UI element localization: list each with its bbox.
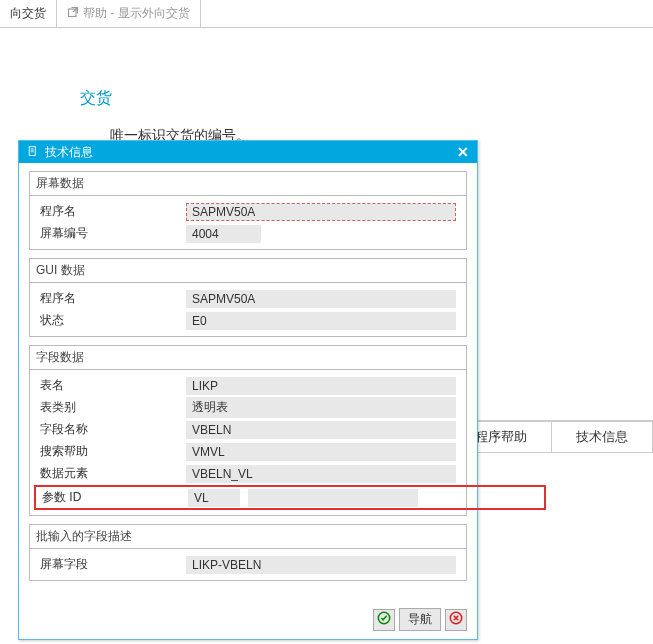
help-content: 交货 唯一标识交货的编号。	[0, 28, 653, 145]
field-name-value[interactable]: VBELN	[186, 421, 456, 439]
document-icon	[27, 145, 39, 160]
dialog-titlebar[interactable]: 技术信息 ✕	[19, 141, 477, 163]
gui-data-header: GUI 数据	[30, 259, 466, 283]
data-elem-label: 数据元素	[36, 463, 186, 484]
param-id-label: 参数 ID	[38, 487, 188, 508]
export-icon	[67, 6, 79, 21]
table-cat-label: 表类别	[36, 397, 186, 418]
field-name-label: 字段名称	[36, 419, 186, 440]
prog-name-label: 程序名	[36, 201, 186, 222]
data-elem-value[interactable]: VBELN_VL	[186, 465, 456, 483]
svg-rect-1	[29, 146, 35, 155]
param-id-row: 参数 ID VL	[34, 485, 546, 510]
batch-input-group: 批输入的字段描述 屏幕字段 LIKP-VBELN	[29, 524, 467, 581]
param-id-extra[interactable]	[248, 489, 418, 507]
close-icon[interactable]: ✕	[457, 144, 469, 160]
table-name-value[interactable]: LIKP	[186, 377, 456, 395]
tab-delivery[interactable]: 向交货	[0, 0, 57, 27]
screen-data-header: 屏幕数据	[30, 172, 466, 196]
screen-no-value[interactable]: 4004	[186, 225, 261, 243]
cancel-icon	[449, 611, 463, 628]
dialog-title-text: 技术信息	[45, 144, 93, 161]
tab-help[interactable]: 帮助 - 显示外向交货	[57, 0, 201, 27]
gui-prog-name-value[interactable]: SAPMV50A	[186, 290, 456, 308]
gui-prog-name-label: 程序名	[36, 288, 186, 309]
help-heading: 交货	[80, 88, 593, 109]
search-help-value[interactable]: VMVL	[186, 443, 456, 461]
screen-data-group: 屏幕数据 程序名 SAPMV50A 屏幕编号 4004	[29, 171, 467, 250]
field-data-group: 字段数据 表名 LIKP 表类别 透明表 字段名称 VBELN 搜索帮助 VMV…	[29, 345, 467, 516]
param-id-value[interactable]: VL	[188, 489, 240, 507]
prog-name-value[interactable]: SAPMV50A	[186, 203, 456, 221]
nav-button-label: 导航	[408, 611, 432, 628]
search-help-label: 搜索帮助	[36, 441, 186, 462]
gui-status-label: 状态	[36, 310, 186, 331]
tech-info-dialog: 技术信息 ✕ 屏幕数据 程序名 SAPMV50A 屏幕编号 4004 GUI 数…	[18, 140, 478, 640]
dialog-footer: 导航	[19, 599, 477, 639]
tab-delivery-label: 向交货	[10, 5, 46, 22]
tab-help-label: 帮助 - 显示外向交货	[83, 5, 190, 22]
tech-info-button[interactable]: 技术信息	[551, 422, 652, 452]
confirm-button[interactable]	[373, 609, 395, 631]
screen-field-label: 屏幕字段	[36, 554, 186, 575]
batch-input-header: 批输入的字段描述	[30, 525, 466, 549]
gui-status-value[interactable]: E0	[186, 312, 456, 330]
table-cat-value[interactable]: 透明表	[186, 397, 456, 418]
screen-field-value[interactable]: LIKP-VBELN	[186, 556, 456, 574]
tab-bar: 向交货 帮助 - 显示外向交货	[0, 0, 653, 28]
check-icon	[377, 611, 391, 628]
gui-data-group: GUI 数据 程序名 SAPMV50A 状态 E0	[29, 258, 467, 337]
nav-button[interactable]: 导航	[399, 608, 441, 631]
cancel-button[interactable]	[445, 609, 467, 631]
screen-no-label: 屏幕编号	[36, 223, 186, 244]
field-data-header: 字段数据	[30, 346, 466, 370]
table-name-label: 表名	[36, 375, 186, 396]
